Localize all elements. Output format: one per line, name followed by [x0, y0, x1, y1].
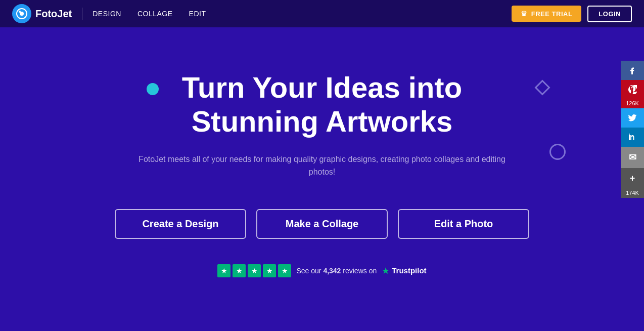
- login-button[interactable]: LOGIN: [587, 6, 632, 22]
- nav-right: ♛ FREE TRIAL LOGIN: [512, 6, 632, 22]
- hero-subtitle: FotoJet meets all of your needs for maki…: [135, 153, 509, 179]
- star-2: ★: [233, 264, 246, 277]
- trustpilot-logo: ★ Trustpilot: [382, 265, 426, 276]
- star-5: ★: [278, 264, 291, 277]
- nav-design[interactable]: DESIGN: [93, 10, 121, 18]
- tp-star-icon: ★: [382, 265, 390, 276]
- svg-point-2: [19, 11, 21, 13]
- deco-circle-teal: [147, 83, 159, 95]
- logo-icon: [12, 4, 31, 23]
- plus-count: 174K: [621, 189, 644, 198]
- logo-link[interactable]: FotoJet: [12, 4, 72, 23]
- crown-icon: ♛: [521, 10, 528, 18]
- social-email-button[interactable]: ✉: [621, 147, 644, 168]
- trustpilot-stars: ★ ★ ★ ★ ★: [217, 264, 291, 277]
- hero-title: Turn Your Ideas into Stunning Artworks: [182, 71, 462, 138]
- star-3: ★: [248, 264, 261, 277]
- free-trial-button[interactable]: ♛ FREE TRIAL: [512, 6, 581, 22]
- social-linkedin-button[interactable]: [621, 128, 644, 147]
- logo-text: FotoJet: [35, 8, 72, 20]
- social-twitter-button[interactable]: [621, 108, 644, 128]
- navbar: FotoJet DESIGN COLLAGE EDIT ♛ FREE TRIAL…: [0, 0, 644, 27]
- email-icon: ✉: [629, 152, 636, 163]
- deco-diamond: [534, 79, 550, 95]
- trustpilot-row: ★ ★ ★ ★ ★ See our 4,342 reviews on ★ Tru…: [217, 264, 426, 277]
- pinterest-count: 126K: [621, 99, 644, 108]
- cta-buttons: Create a Design Make a Collage Edit a Ph…: [115, 209, 529, 239]
- social-sidebar: 126K ✉ + 174K: [621, 61, 644, 198]
- social-facebook-button[interactable]: [621, 61, 644, 80]
- star-1: ★: [217, 264, 231, 277]
- edit-photo-button[interactable]: Edit a Photo: [398, 209, 529, 239]
- social-pinterest-button[interactable]: [621, 80, 644, 99]
- plus-icon: +: [630, 173, 635, 184]
- nav-collage[interactable]: COLLAGE: [137, 10, 173, 18]
- social-plus-button[interactable]: +: [621, 168, 644, 189]
- hero-section: Turn Your Ideas into Stunning Artworks F…: [0, 27, 644, 331]
- star-4: ★: [263, 264, 276, 277]
- deco-circle-outline: [549, 144, 566, 160]
- trustpilot-text: See our 4,342 reviews on: [296, 267, 377, 275]
- nav-divider: [82, 8, 82, 20]
- nav-edit[interactable]: EDIT: [189, 10, 206, 18]
- nav-links: DESIGN COLLAGE EDIT: [93, 9, 206, 18]
- create-design-button[interactable]: Create a Design: [115, 209, 246, 239]
- make-collage-button[interactable]: Make a Collage: [256, 209, 388, 239]
